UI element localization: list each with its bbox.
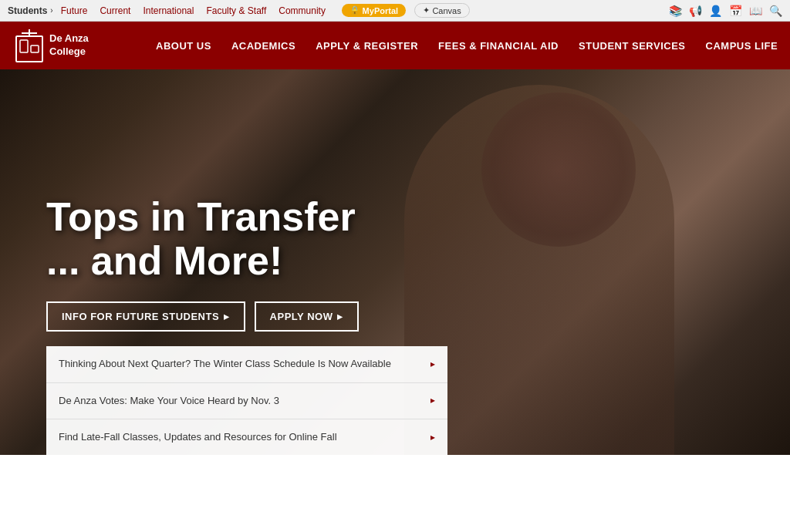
news-item-1[interactable]: Thinking About Next Quarter? The Winter …: [46, 346, 447, 382]
news-item-1-text: Thinking About Next Quarter? The Winter …: [59, 357, 427, 371]
logo-area[interactable]: De Anza College: [15, 29, 123, 62]
news-item-2-arrow: ▸: [430, 394, 435, 407]
news-item-2-text: De Anza Votes: Make Your Voice Heard by …: [59, 394, 427, 408]
hero-title-line2: ... and More!: [46, 238, 282, 283]
lock-icon: 🔒: [349, 5, 360, 15]
book-icon[interactable]: 📖: [748, 4, 762, 18]
arrow-icon2: ▸: [337, 311, 343, 322]
students-label: Students: [8, 5, 47, 16]
nav-faculty-staff[interactable]: Faculty & Staff: [201, 5, 271, 16]
canvas-label: Canvas: [432, 6, 461, 15]
search-icon[interactable]: 🔍: [768, 4, 782, 18]
news-item-3-arrow: ▸: [430, 431, 435, 444]
nav-international[interactable]: International: [138, 5, 198, 16]
apply-now-button[interactable]: APPLY NOW ▸: [255, 301, 359, 332]
hero-buttons: INFO FOR FUTURE STUDENTS ▸ APPLY NOW ▸: [46, 301, 359, 332]
info-future-label: INFO FOR FUTURE STUDENTS: [62, 311, 219, 322]
nav-student-services[interactable]: STUDENT SERVICES: [569, 34, 695, 58]
logo-line2: College: [49, 45, 89, 59]
utility-nav-right: 📚 📢 👤 📅 📖 🔍: [668, 4, 782, 18]
news-item-3[interactable]: Find Late-Fall Classes, Updates and Reso…: [46, 419, 447, 455]
nav-apply-register[interactable]: APPLY & REGISTER: [306, 34, 427, 58]
calendar-icon[interactable]: 📅: [728, 4, 742, 18]
person-icon[interactable]: 👤: [708, 4, 722, 18]
apply-now-label: APPLY NOW: [270, 311, 333, 322]
canvas-button[interactable]: ✦ Canvas: [414, 3, 469, 18]
nav-academics[interactable]: ACADEMICS: [222, 34, 305, 58]
news-item-2[interactable]: De Anza Votes: Make Your Voice Heard by …: [46, 383, 447, 419]
info-future-students-button[interactable]: INFO FOR FUTURE STUDENTS ▸: [46, 301, 245, 332]
students-chevron: ›: [50, 6, 52, 15]
svg-rect-1: [20, 40, 28, 52]
library-icon[interactable]: 📚: [668, 4, 682, 18]
myportal-label: MyPortal: [363, 6, 398, 15]
logo-line1: De Anza: [49, 32, 89, 45]
news-item-3-text: Find Late-Fall Classes, Updates and Reso…: [59, 430, 427, 444]
nav-campus-life[interactable]: CAMPUS LIFE: [697, 34, 788, 58]
nav-about-us[interactable]: ABOUT US: [147, 34, 221, 58]
news-item-1-arrow: ▸: [430, 358, 435, 371]
megaphone-icon[interactable]: 📢: [688, 4, 702, 18]
main-nav-links: ABOUT US ACADEMICS APPLY & REGISTER FEES…: [147, 34, 787, 58]
nav-current[interactable]: Current: [95, 5, 135, 16]
logo-text: De Anza College: [49, 32, 89, 59]
utility-nav-left: Students › Future Current International …: [8, 3, 470, 18]
canvas-star-icon: ✦: [423, 5, 430, 15]
myportal-button[interactable]: 🔒 MyPortal: [342, 4, 406, 17]
college-logo-icon: [15, 29, 43, 62]
hero-content: Tops in Transfer ... and More! INFO FOR …: [46, 195, 359, 332]
nav-community[interactable]: Community: [274, 5, 330, 16]
main-navigation: De Anza College ABOUT US ACADEMICS APPLY…: [0, 22, 790, 69]
news-panel: Thinking About Next Quarter? The Winter …: [46, 346, 447, 455]
hero-section: Tops in Transfer ... and More! INFO FOR …: [0, 69, 790, 455]
arrow-icon: ▸: [224, 311, 230, 322]
nav-future[interactable]: Future: [56, 5, 93, 16]
nav-fees-financial-aid[interactable]: FEES & FINANCIAL AID: [429, 34, 568, 58]
svg-rect-2: [31, 45, 39, 52]
hero-title-line1: Tops in Transfer: [46, 194, 356, 239]
hero-title: Tops in Transfer ... and More!: [46, 195, 359, 283]
utility-bar: Students › Future Current International …: [0, 0, 790, 22]
